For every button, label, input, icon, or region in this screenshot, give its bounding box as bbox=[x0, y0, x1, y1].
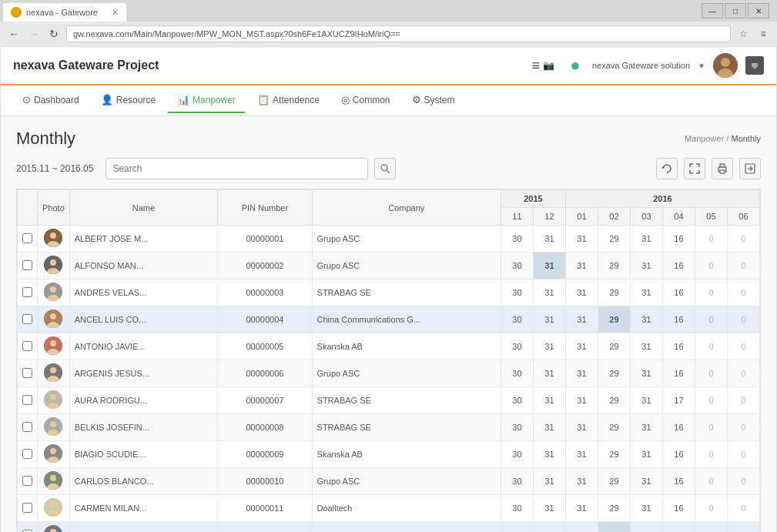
row-checkbox[interactable] bbox=[22, 233, 32, 243]
bookmark-icon[interactable]: ☆ bbox=[735, 26, 751, 42]
row-checkbox[interactable] bbox=[22, 395, 32, 405]
company-cell: Doalltech bbox=[312, 495, 501, 522]
company-cell: Skanska AB bbox=[312, 441, 501, 468]
svg-point-25 bbox=[50, 340, 56, 346]
svg-point-1 bbox=[721, 58, 730, 67]
month-06: 06 bbox=[727, 208, 759, 226]
month-cell: 29 bbox=[598, 253, 630, 279]
row-checkbox[interactable] bbox=[22, 314, 32, 324]
month-cell: 0 bbox=[695, 279, 727, 306]
nav-label-attendance: Attendence bbox=[273, 95, 320, 105]
company-header: Company bbox=[312, 190, 501, 226]
svg-point-5 bbox=[381, 165, 387, 171]
row-checkbox[interactable] bbox=[22, 503, 32, 513]
print-button[interactable] bbox=[712, 158, 733, 179]
refresh-icon bbox=[661, 163, 672, 174]
month-cell: 31 bbox=[565, 495, 598, 522]
nav-item-system[interactable]: ⚙ System bbox=[403, 88, 464, 113]
dropdown-icon[interactable]: ▼ bbox=[698, 62, 705, 70]
month-cell: 31 bbox=[533, 468, 565, 495]
row-checkbox[interactable] bbox=[22, 260, 32, 270]
name-cell: CARMEN MILAN... bbox=[69, 495, 217, 522]
avatar bbox=[44, 363, 62, 382]
url-bar[interactable]: gw.nexava.com/Main/Manpower/MPW_MON_MST.… bbox=[66, 25, 731, 42]
svg-point-13 bbox=[50, 233, 56, 239]
hamburger-icon[interactable]: ≡ bbox=[531, 58, 540, 74]
user-circle-icon[interactable]: ● bbox=[566, 56, 584, 75]
search-input[interactable] bbox=[105, 158, 367, 179]
month-cell: 16 bbox=[662, 414, 695, 441]
month-cell: 16 bbox=[662, 306, 695, 333]
month-cell: 31 bbox=[565, 253, 598, 279]
month-cell: 31 bbox=[630, 522, 662, 533]
month-cell: 29 bbox=[598, 226, 630, 253]
month-cell: 0 bbox=[695, 468, 727, 495]
nav-item-resource[interactable]: 👤 Resource bbox=[92, 88, 165, 113]
row-checkbox[interactable] bbox=[22, 476, 32, 486]
month-05: 05 bbox=[695, 208, 727, 226]
year-2015-header: 2015 bbox=[501, 190, 565, 208]
expand-button[interactable] bbox=[684, 158, 705, 179]
month-cell: 29 bbox=[598, 360, 630, 387]
row-checkbox[interactable] bbox=[22, 368, 32, 378]
search-button[interactable] bbox=[374, 158, 396, 179]
forward-button[interactable]: → bbox=[26, 26, 42, 42]
user-avatar bbox=[713, 53, 738, 78]
pin-cell: 00000010 bbox=[218, 468, 312, 495]
row-checkbox[interactable] bbox=[22, 287, 32, 297]
svg-point-28 bbox=[50, 367, 56, 373]
month-cell: 16 bbox=[662, 495, 695, 522]
close-button[interactable]: ✕ bbox=[748, 3, 769, 18]
refresh-button[interactable] bbox=[656, 158, 678, 179]
restore-button[interactable]: □ bbox=[725, 3, 746, 18]
month-cell: 31 bbox=[533, 333, 565, 360]
resource-icon: 👤 bbox=[101, 94, 113, 105]
month-cell: 31 bbox=[533, 226, 565, 253]
month-cell: 16 bbox=[662, 441, 695, 468]
month-cell: 31 bbox=[533, 279, 565, 306]
svg-rect-9 bbox=[720, 170, 725, 173]
common-icon: ◎ bbox=[341, 94, 350, 105]
minimize-button[interactable]: — bbox=[702, 3, 723, 18]
avatar bbox=[44, 444, 62, 463]
export-button[interactable] bbox=[739, 158, 761, 179]
camera-icon[interactable]: 📷 bbox=[540, 56, 558, 75]
svg-point-43 bbox=[50, 502, 56, 508]
notification-icon[interactable] bbox=[745, 56, 764, 75]
nav-item-attendance[interactable]: 📋 Attendence bbox=[248, 88, 329, 113]
name-cell: ANCEL LUIS CO... bbox=[69, 306, 217, 333]
nav-item-dashboard[interactable]: ⊙ Dashboard bbox=[13, 88, 89, 113]
month-cell: 0 bbox=[695, 387, 727, 414]
month-cell: 0 bbox=[727, 468, 759, 495]
avatar bbox=[44, 525, 62, 532]
settings-icon[interactable]: ≡ bbox=[755, 26, 771, 42]
nav-item-common[interactable]: ◎ Common bbox=[332, 88, 400, 113]
month-cell: 29 bbox=[598, 468, 630, 495]
month-cell: 31 bbox=[533, 495, 565, 522]
month-cell: 30 bbox=[501, 226, 533, 253]
month-cell: 0 bbox=[727, 441, 759, 468]
browser-tab[interactable]: nexava - Gatewore ✕ bbox=[3, 3, 126, 22]
nav-label-dashboard: Dashboard bbox=[34, 95, 79, 105]
reload-button[interactable]: ↻ bbox=[46, 26, 62, 42]
row-checkbox[interactable] bbox=[22, 530, 32, 533]
month-cell: 31 bbox=[565, 360, 598, 387]
row-checkbox[interactable] bbox=[22, 341, 32, 351]
attendance-icon: 📋 bbox=[257, 94, 270, 105]
month-cell: 0 bbox=[695, 441, 727, 468]
row-checkbox[interactable] bbox=[22, 422, 32, 432]
month-12: 12 bbox=[533, 208, 565, 226]
row-checkbox[interactable] bbox=[22, 449, 32, 459]
back-button[interactable]: ← bbox=[6, 26, 22, 42]
name-cell: ALFONSO MAN... bbox=[69, 253, 217, 279]
nav-item-manpower[interactable]: 📊 Manpower bbox=[168, 88, 245, 113]
month-cell: 31 bbox=[565, 468, 598, 495]
tab-close-icon[interactable]: ✕ bbox=[112, 8, 119, 18]
company-cell: Grupo ASC bbox=[312, 360, 501, 387]
pin-cell: 00000011 bbox=[218, 495, 312, 522]
svg-point-40 bbox=[50, 475, 56, 481]
avatar bbox=[44, 336, 62, 355]
month-cell: 30 bbox=[501, 468, 533, 495]
name-cell: ARGENIS JESUS... bbox=[69, 360, 217, 387]
month-cell: 30 bbox=[501, 279, 533, 306]
